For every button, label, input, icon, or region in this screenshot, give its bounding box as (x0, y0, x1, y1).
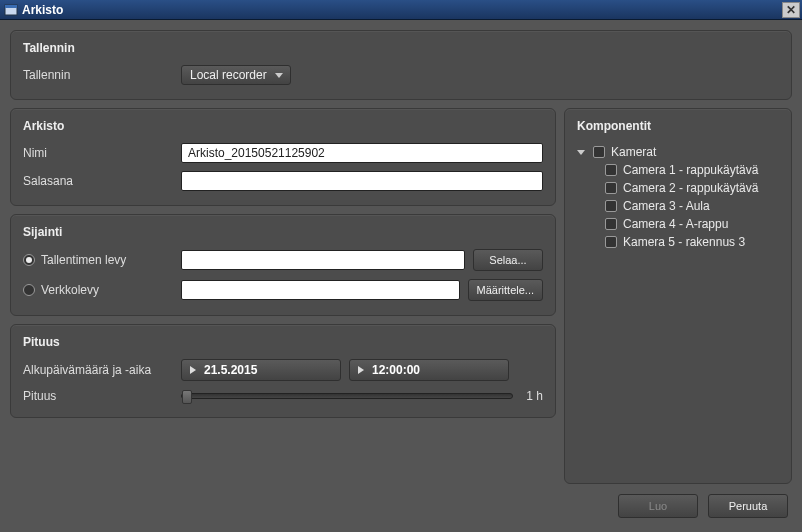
recorder-row: Tallennin Local recorder (23, 65, 779, 85)
location-disk-radio[interactable] (23, 254, 35, 266)
close-button[interactable]: ✕ (782, 2, 800, 18)
start-datetime-row: Alkupäivämäärä ja -aika 21.5.2015 12:00:… (23, 359, 543, 381)
location-panel: Sijainti Tallentimen levy Selaa... Verkk… (10, 214, 556, 316)
middle-area: Arkisto Nimi Salasana Sijainti (10, 108, 792, 484)
tree-item[interactable]: Camera 4 - A-rappu (577, 215, 779, 233)
tree-item-label: Camera 1 - rappukäytävä (623, 163, 758, 177)
tree-item-checkbox[interactable] (605, 236, 617, 248)
location-network-option[interactable]: Verkkolevy (23, 283, 173, 297)
length-slider[interactable] (181, 393, 513, 399)
tree-item-label: Camera 3 - Aula (623, 199, 710, 213)
tree-group-cameras[interactable]: Kamerat (577, 143, 779, 161)
titlebar-left: Arkisto (4, 3, 63, 17)
play-icon (190, 366, 196, 374)
location-network-input[interactable] (181, 280, 460, 300)
archive-password-row: Salasana (23, 171, 543, 191)
close-icon: ✕ (786, 4, 796, 16)
recorder-panel-title: Tallennin (23, 41, 779, 55)
length-value: 1 h (523, 389, 543, 403)
archive-panel-title: Arkisto (23, 119, 543, 133)
recorder-label: Tallennin (23, 68, 173, 82)
tree-item[interactable]: Camera 2 - rappukäytävä (577, 179, 779, 197)
cancel-button[interactable]: Peruuta (708, 494, 788, 518)
location-disk-input[interactable] (181, 250, 465, 270)
start-datetime-label: Alkupäivämäärä ja -aika (23, 363, 173, 377)
play-icon (358, 366, 364, 374)
tree-item-checkbox[interactable] (605, 200, 617, 212)
length-panel-title: Pituus (23, 335, 543, 349)
components-panel: Komponentit Kamerat Camera 1 - rappukäyt… (564, 108, 792, 484)
left-column: Arkisto Nimi Salasana Sijainti (10, 108, 556, 484)
tree-group-checkbox[interactable] (593, 146, 605, 158)
archive-dialog: Arkisto ✕ Tallennin Tallennin Local reco… (0, 0, 802, 532)
content: Tallennin Tallennin Local recorder Arkis… (0, 20, 802, 532)
length-slider-wrap: 1 h (181, 389, 543, 403)
length-row: Pituus 1 h (23, 389, 543, 403)
start-time-value: 12:00:00 (372, 363, 420, 377)
location-disk-option[interactable]: Tallentimen levy (23, 253, 173, 267)
tree-item[interactable]: Camera 3 - Aula (577, 197, 779, 215)
length-panel: Pituus Alkupäivämäärä ja -aika 21.5.2015… (10, 324, 556, 418)
archive-name-label: Nimi (23, 146, 173, 160)
components-panel-title: Komponentit (577, 119, 779, 133)
start-date-button[interactable]: 21.5.2015 (181, 359, 341, 381)
archive-password-label: Salasana (23, 174, 173, 188)
tree-item-label: Camera 4 - A-rappu (623, 217, 728, 231)
archive-password-input[interactable] (181, 171, 543, 191)
svg-rect-1 (5, 5, 17, 8)
components-tree: Kamerat Camera 1 - rappukäytävä Camera 2… (577, 143, 779, 469)
location-disk-row: Tallentimen levy Selaa... (23, 249, 543, 271)
location-network-radio[interactable] (23, 284, 35, 296)
length-label: Pituus (23, 389, 173, 403)
tree-item-checkbox[interactable] (605, 218, 617, 230)
start-time-button[interactable]: 12:00:00 (349, 359, 509, 381)
define-button[interactable]: Määrittele... (468, 279, 543, 301)
location-panel-title: Sijainti (23, 225, 543, 239)
right-column: Komponentit Kamerat Camera 1 - rappukäyt… (564, 108, 792, 484)
tree-group-label: Kamerat (611, 145, 656, 159)
tree-item[interactable]: Camera 1 - rappukäytävä (577, 161, 779, 179)
location-disk-label: Tallentimen levy (41, 253, 126, 267)
tree-item[interactable]: Kamera 5 - rakennus 3 (577, 233, 779, 251)
archive-name-row: Nimi (23, 143, 543, 163)
app-icon (4, 3, 18, 17)
tree-item-checkbox[interactable] (605, 164, 617, 176)
tree-item-label: Kamera 5 - rakennus 3 (623, 235, 745, 249)
create-button[interactable]: Luo (618, 494, 698, 518)
tree-item-label: Camera 2 - rappukäytävä (623, 181, 758, 195)
recorder-panel: Tallennin Tallennin Local recorder (10, 30, 792, 100)
location-network-label: Verkkolevy (41, 283, 99, 297)
browse-button[interactable]: Selaa... (473, 249, 543, 271)
length-slider-thumb[interactable] (182, 390, 192, 404)
recorder-select[interactable]: Local recorder (181, 65, 291, 85)
footer: Luo Peruuta (10, 492, 792, 522)
archive-name-input[interactable] (181, 143, 543, 163)
tree-item-checkbox[interactable] (605, 182, 617, 194)
window-title: Arkisto (22, 3, 63, 17)
recorder-select-value: Local recorder (190, 68, 267, 82)
chevron-down-icon (577, 150, 585, 155)
archive-panel: Arkisto Nimi Salasana (10, 108, 556, 206)
start-date-value: 21.5.2015 (204, 363, 257, 377)
location-network-row: Verkkolevy Määrittele... (23, 279, 543, 301)
titlebar: Arkisto ✕ (0, 0, 802, 20)
